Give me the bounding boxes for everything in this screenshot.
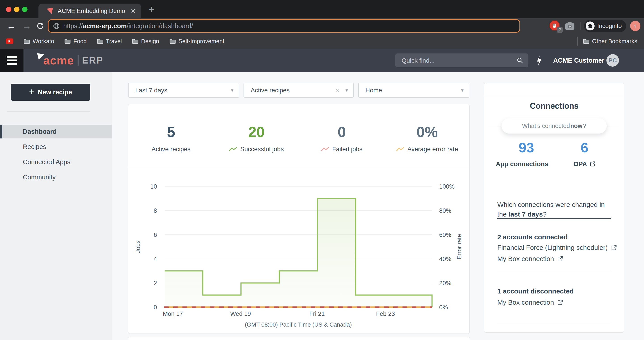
back-icon[interactable]: ← (7, 21, 16, 31)
site-globe-icon (53, 22, 60, 29)
opa-count: 6 OPA (550, 140, 620, 168)
logo-acme-text: acme (44, 54, 74, 67)
svg-text:80%: 80% (439, 207, 451, 214)
connections-title: Connections (484, 101, 624, 111)
bookmark-folder-food[interactable]: Food (64, 38, 86, 45)
stat-active-recipes: 5 Active recipes (128, 104, 214, 167)
sidebar-item-dashboard[interactable]: Dashboard (0, 124, 112, 138)
svg-text:40%: 40% (439, 256, 451, 262)
svg-text:Wed 19: Wed 19 (230, 310, 251, 317)
whats-connected-button[interactable]: What’s connected now? (502, 118, 607, 134)
plus-icon: + (29, 87, 34, 97)
address-bar[interactable]: https://acme-erp.com/integration/dashboa… (48, 19, 520, 33)
stat-average-error-rate: 0% Average error rate (384, 104, 470, 167)
section-divider (497, 323, 611, 323)
lightning-icon[interactable] (536, 56, 542, 66)
search-icon[interactable] (516, 57, 523, 64)
window-zoom-button[interactable] (22, 7, 28, 12)
connection-link-my-box-disconnected[interactable]: My Box connection (497, 298, 563, 306)
app-header: acme ERP ACME Customer PC (0, 49, 644, 72)
clear-filter-icon[interactable]: × (335, 86, 339, 94)
incognito-label: Incognito (597, 22, 622, 30)
browser-toolbar: ← → https://acme-erp.com/integration/das… (0, 18, 644, 34)
window-minimize-button[interactable] (14, 7, 20, 12)
svg-text:Feb 23: Feb 23 (376, 310, 395, 317)
external-link-icon (611, 245, 617, 251)
svg-text:20%: 20% (439, 280, 451, 286)
svg-text:100%: 100% (439, 183, 454, 190)
svg-text:60%: 60% (439, 232, 451, 238)
svg-text:0%: 0% (439, 304, 448, 311)
new-recipe-button[interactable]: + New recipe (11, 84, 90, 101)
folder-icon (24, 38, 30, 44)
youtube-icon (6, 38, 14, 44)
svg-text:8: 8 (154, 207, 157, 214)
bookmark-folder-design[interactable]: Design (132, 38, 159, 45)
svg-text:2: 2 (154, 280, 157, 286)
chevron-down-icon: ▾ (461, 88, 464, 93)
forward-icon[interactable]: → (22, 21, 31, 31)
trend-line-icon (229, 147, 237, 152)
svg-text:10: 10 (150, 183, 157, 190)
sidebar-item-recipes[interactable]: Recipes (0, 140, 112, 154)
bookmark-youtube[interactable] (6, 38, 14, 44)
tab-close-icon[interactable]: × (131, 6, 136, 16)
hamburger-menu-icon[interactable] (0, 49, 24, 72)
tab-title: ACME Embedding Demo (58, 8, 125, 14)
browser-tab[interactable]: ACME Embedding Demo × (38, 4, 141, 18)
quick-find-input[interactable] (401, 54, 510, 68)
external-link-icon (590, 161, 596, 167)
time-range-dropdown[interactable]: Last 7 days ▾ (128, 83, 239, 98)
accounts-disconnected-title: 1 account disconnected (497, 288, 574, 295)
recipe-filter-dropdown[interactable]: Active recipes × ▾ (244, 83, 354, 98)
connection-link-financial-force[interactable]: Financial Force (Lightning scheduler) (497, 244, 617, 252)
bookmark-folder-travel[interactable]: Travel (97, 38, 122, 45)
chevron-down-icon: ▾ (346, 88, 348, 93)
incognito-badge[interactable]: Incognito (584, 20, 626, 32)
quick-find (395, 54, 528, 67)
connections-question: Which connections were changed in the la… (497, 200, 612, 219)
url-text: https://acme-erp.com/integration/dashboa… (63, 22, 193, 30)
sidebar-divider (7, 111, 90, 112)
window-close-button[interactable] (6, 7, 12, 12)
sidebar-item-community[interactable]: Community (0, 170, 112, 184)
section-divider (497, 271, 611, 271)
avatar[interactable]: PC (606, 54, 619, 67)
sidebar: + New recipe Dashboard Recipes Connected… (0, 72, 112, 340)
bookmarks-divider (577, 37, 578, 46)
svg-text:(GMT-08:00) Pacific Time (US &: (GMT-08:00) Pacific Time (US & Canada) (245, 321, 352, 328)
folder-icon (170, 38, 176, 44)
trend-line-icon (396, 147, 404, 152)
accounts-connected-title: 2 accounts connected (497, 233, 568, 241)
extension-badge: 2 (557, 27, 562, 33)
new-tab-button[interactable]: + (148, 3, 154, 15)
other-bookmarks[interactable]: Other Bookmarks (583, 38, 637, 45)
bookmark-folder-self-improvement[interactable]: Self-Improvement (170, 38, 224, 45)
trend-line-icon (321, 147, 329, 152)
folder-icon (583, 38, 590, 44)
browser-window: ACME Embedding Demo × + ← → https://acme… (0, 0, 644, 340)
chevron-down-icon: ▾ (231, 88, 234, 93)
svg-text:Fri 21: Fri 21 (309, 310, 325, 317)
logo-erp-text: ERP (82, 55, 103, 66)
folder-icon (97, 38, 103, 44)
bookmarks-bar: Workato Food Travel Design Self-Improvem… (0, 34, 644, 49)
camera-extension-icon[interactable] (565, 22, 575, 30)
folder-dropdown[interactable]: Home ▾ (358, 83, 469, 98)
jobs-error-rate-chart: 02468100%20%40%60%80%100%Mon 17Wed 19Fri… (128, 167, 470, 334)
adblock-extension-icon[interactable]: 2 (550, 20, 560, 31)
external-link-icon (557, 256, 563, 262)
reload-icon[interactable] (36, 22, 44, 30)
svg-text:4: 4 (154, 256, 157, 262)
app-logo: acme ERP (37, 49, 103, 72)
connection-link-my-box[interactable]: My Box connection (497, 255, 563, 262)
svg-text:Error rate: Error rate (456, 234, 463, 260)
browser-update-button[interactable]: ↑ (630, 21, 640, 31)
tab-favicon-flag-icon (46, 8, 53, 14)
bookmark-folder-workato[interactable]: Workato (24, 38, 54, 45)
sidebar-item-connected-apps[interactable]: Connected Apps (0, 155, 112, 169)
connections-card: Connections What’s connected now? 93 App… (484, 83, 624, 332)
svg-text:0: 0 (154, 304, 157, 311)
account-name[interactable]: ACME Customer (553, 57, 604, 64)
svg-text:6: 6 (154, 232, 157, 238)
